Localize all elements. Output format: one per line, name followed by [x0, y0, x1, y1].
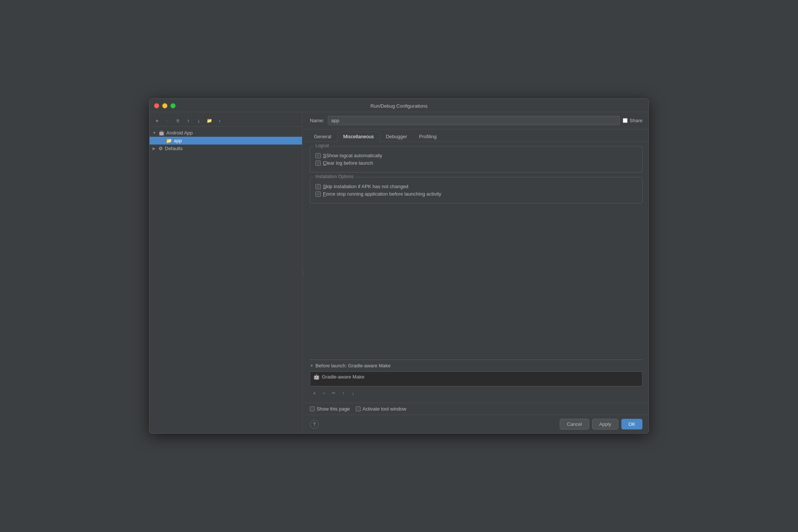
tree-item-app[interactable]: 📁 app — [150, 137, 302, 145]
gradle-make-item[interactable]: 🤖 Gradle-aware Make — [310, 372, 642, 381]
minimize-button[interactable] — [162, 103, 167, 108]
tree-item-android-app[interactable]: ▼ 🤖 Android App — [150, 129, 302, 137]
activate-tool-window-row: Activate tool window — [356, 406, 406, 412]
before-launch-title: Before launch: Gradle-aware Make — [315, 363, 391, 368]
move-up-button[interactable]: ↑ — [184, 117, 193, 125]
launch-move-down-button[interactable]: ↓ — [349, 389, 358, 397]
before-launch-chevron-icon: ▼ — [310, 364, 314, 368]
force-stop-checkbox[interactable] — [315, 191, 321, 197]
main-content: + − ⎘ ↑ ↓ 📁 ↕ ▼ 🤖 Android App 📁 app — [150, 112, 648, 433]
before-launch-section: ▼ Before launch: Gradle-aware Make 🤖 Gra… — [310, 360, 643, 398]
show-logcat-row: SShow logcat automatically — [315, 153, 637, 158]
android-app-icon: 🤖 — [158, 130, 164, 136]
tab-general[interactable]: General — [308, 132, 337, 141]
clear-log-label: Clear log before launch — [323, 160, 373, 166]
chevron-icon: ▶ — [153, 146, 158, 151]
tabs-bar: General Miscellaneous Debugger Profiling — [304, 129, 648, 142]
move-down-button[interactable]: ↓ — [194, 117, 203, 125]
help-button[interactable]: ? — [310, 420, 319, 429]
remove-config-button[interactable]: − — [163, 117, 172, 125]
launch-remove-button[interactable]: − — [320, 389, 329, 397]
gradle-make-label: Gradle-aware Make — [322, 374, 364, 380]
sort-button[interactable]: ↕ — [215, 117, 224, 125]
tab-profiling[interactable]: Profiling — [414, 132, 442, 141]
launch-edit-button[interactable]: ✏ — [329, 389, 338, 397]
name-input[interactable] — [328, 116, 620, 125]
android-icon: 🤖 — [313, 374, 320, 380]
chevron-icon: ▼ — [153, 131, 158, 135]
clear-log-checkbox[interactable] — [315, 161, 321, 166]
installation-options-title: Installation Options — [314, 174, 355, 179]
force-stop-label: Force stop running application before la… — [323, 191, 441, 197]
footer: ? Cancel Apply OK — [304, 415, 648, 433]
show-this-page-label: Show this page — [317, 406, 350, 412]
show-logcat-checkbox[interactable] — [315, 153, 321, 158]
right-panel: Name: Share General Miscellaneous Debugg… — [304, 112, 648, 433]
launch-add-button[interactable]: + — [310, 389, 319, 397]
launch-list: 🤖 Gradle-aware Make — [310, 371, 643, 386]
footer-left: ? — [310, 420, 319, 429]
title-bar: Run/Debug Configurations — [150, 99, 648, 112]
add-config-button[interactable]: + — [153, 117, 161, 125]
name-label: Name: — [310, 118, 325, 123]
installation-options-section: Installation Options Skip installation i… — [310, 177, 643, 203]
logcat-section: Logcat SShow logcat automatically Clear … — [310, 146, 643, 172]
app-label: app — [174, 138, 182, 143]
sidebar-toolbar: + − ⎘ ↑ ↓ 📁 ↕ — [150, 115, 302, 127]
bottom-options: Show this page Activate tool window — [304, 403, 648, 415]
defaults-icon: ⚙ — [158, 146, 163, 151]
tab-debugger[interactable]: Debugger — [380, 132, 413, 141]
run-debug-dialog: Run/Debug Configurations + − ⎘ ↑ ↓ 📁 ↕ ▼… — [149, 98, 649, 434]
launch-toolbar: + − ✏ ↑ ↓ — [310, 388, 643, 398]
force-stop-row: Force stop running application before la… — [315, 191, 637, 197]
before-launch-header[interactable]: ▼ Before launch: Gradle-aware Make — [310, 360, 643, 371]
sidebar: + − ⎘ ↑ ↓ 📁 ↕ ▼ 🤖 Android App 📁 app — [150, 112, 302, 433]
activate-tool-window-label: Activate tool window — [362, 406, 406, 412]
share-label: Share — [629, 118, 643, 123]
skip-install-row: Skip installation if APK has not changed — [315, 184, 637, 189]
android-app-label: Android App — [166, 130, 193, 136]
footer-right: Cancel Apply OK — [560, 419, 643, 430]
tab-miscellaneous[interactable]: Miscellaneous — [337, 132, 379, 142]
show-logcat-label: SShow logcat automatically — [323, 153, 382, 158]
name-row: Name: Share — [304, 112, 648, 129]
maximize-button[interactable] — [170, 103, 176, 108]
activate-tool-window-checkbox[interactable] — [356, 406, 361, 411]
tab-content-miscellaneous: Logcat SShow logcat automatically Clear … — [304, 142, 648, 403]
logcat-title: Logcat — [314, 143, 330, 148]
skip-install-label: Skip installation if APK has not changed — [323, 184, 408, 189]
launch-move-up-button[interactable]: ↑ — [339, 389, 348, 397]
clear-log-row: Clear log before launch — [315, 160, 637, 166]
sidebar-tree: ▼ 🤖 Android App 📁 app ▶ ⚙ Defaults — [150, 128, 302, 430]
defaults-label: Defaults — [165, 146, 183, 151]
show-this-page-row: Show this page — [310, 406, 350, 412]
tree-item-defaults[interactable]: ▶ ⚙ Defaults — [150, 145, 302, 152]
share-area: Share — [623, 118, 643, 123]
copy-config-button[interactable]: ⎘ — [173, 117, 182, 125]
dialog-title: Run/Debug Configurations — [370, 103, 427, 109]
show-this-page-checkbox[interactable] — [310, 406, 315, 411]
close-button[interactable] — [154, 103, 159, 108]
share-checkbox[interactable] — [623, 118, 628, 123]
apply-button[interactable]: Apply — [592, 419, 619, 430]
ok-button[interactable]: OK — [621, 419, 643, 430]
skip-install-checkbox[interactable] — [315, 184, 321, 189]
traffic-lights — [154, 103, 176, 108]
app-folder-icon: 📁 — [166, 138, 172, 143]
new-folder-button[interactable]: 📁 — [205, 117, 214, 125]
cancel-button[interactable]: Cancel — [560, 419, 589, 430]
